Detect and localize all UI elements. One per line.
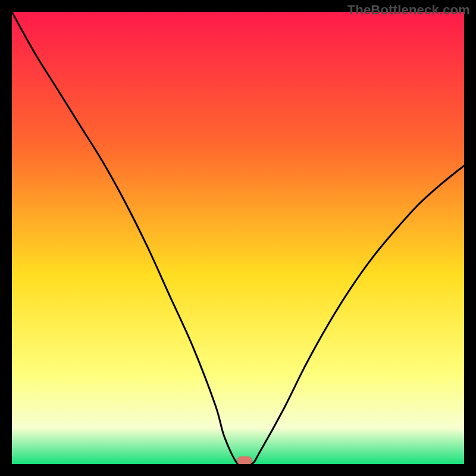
gradient-background [12, 12, 464, 464]
chart-frame: TheBottleneck.com [0, 0, 476, 476]
chart-svg [12, 12, 464, 464]
watermark-text: TheBottleneck.com [347, 2, 470, 18]
plot-area [12, 12, 464, 464]
optimal-marker [237, 456, 252, 464]
